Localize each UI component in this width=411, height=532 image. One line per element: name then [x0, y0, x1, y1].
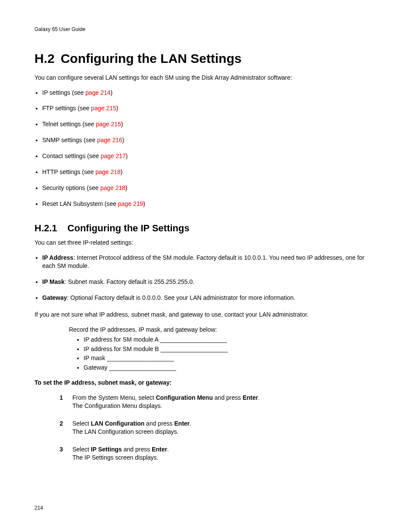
subsection-heading: H.2.1 Configuring the IP Settings	[34, 222, 377, 235]
settings-list-item: SNMP settings (see page 216)	[42, 136, 377, 144]
subsection-title: Configuring the IP Settings	[68, 222, 190, 235]
record-list: IP address for SM module A _____________…	[76, 336, 377, 372]
note-paragraph: If you are not sure what IP address, sub…	[34, 311, 377, 319]
settings-list-item: Telnet settings (see page 215)	[42, 120, 377, 128]
ip-list-item: IP Address: Internet Protocol address of…	[42, 254, 377, 270]
record-list-item: IP address for SM module B _____________…	[84, 345, 377, 353]
section-number: H.2	[34, 50, 55, 68]
record-block: Record the IP addresses, IP mask, and ga…	[69, 326, 377, 372]
settings-list: IP settings (see page 214)FTP settings (…	[34, 89, 377, 208]
step-body: Select LAN Configuration and press Enter…	[72, 420, 377, 436]
section-title: Configuring the LAN Settings	[61, 50, 242, 68]
settings-list-item: Contact settings (see page 217)	[42, 152, 377, 160]
page-xref[interactable]: page 216	[97, 137, 122, 143]
page-xref[interactable]: page 218	[95, 168, 120, 175]
page-xref[interactable]: page 217	[100, 152, 125, 159]
subsection-number: H.2.1	[34, 222, 57, 235]
page-xref[interactable]: page 215	[96, 121, 121, 128]
record-list-item: Gateway ____________________	[84, 364, 377, 372]
settings-list-item: HTTP settings (see page 218)	[42, 168, 377, 176]
page-xref[interactable]: page 215	[91, 105, 116, 112]
step: 3Select IP Settings and press Enter.The …	[56, 445, 377, 462]
settings-list-item: Security options (see page 218)	[42, 184, 377, 192]
ip-list-item: IP Mask: Subnet mask. Factory default is…	[42, 278, 377, 286]
record-list-item: IP mask ____________________	[84, 354, 377, 362]
step-number: 3	[56, 445, 63, 462]
running-header: Galaxy 65 User Guide	[34, 26, 377, 33]
step: 1From the System Menu, select Configurat…	[56, 394, 377, 410]
section-heading: H.2 Configuring the LAN Settings	[34, 50, 377, 68]
ip-settings-list: IP Address: Internet Protocol address of…	[34, 254, 377, 302]
record-list-item: IP address for SM module A _____________…	[84, 336, 377, 344]
page-xref[interactable]: page 214	[85, 89, 110, 96]
step: 2Select LAN Configuration and press Ente…	[56, 420, 377, 436]
step-number: 2	[56, 420, 63, 436]
intro-paragraph: You can configure several LAN settings f…	[34, 74, 377, 82]
ip-list-item: Gateway: Optional Factory default is 0.0…	[42, 294, 377, 302]
subintro-paragraph: You can set three IP-related settings:	[34, 239, 377, 247]
page-number: 214	[34, 504, 377, 511]
procedure-steps: 1From the System Menu, select Configurat…	[34, 394, 377, 461]
procedure-heading: To set the IP address, subnet mask, or g…	[34, 379, 377, 387]
step-body: From the System Menu, select Configurati…	[72, 394, 377, 410]
settings-list-item: FTP settings (see page 215)	[42, 104, 377, 112]
step-number: 1	[56, 394, 63, 410]
settings-list-item: IP settings (see page 214)	[42, 89, 377, 97]
page-xref[interactable]: page 218	[100, 184, 125, 191]
settings-list-item: Reset LAN Subsystem (see page 219)	[42, 200, 377, 208]
record-intro: Record the IP addresses, IP mask, and ga…	[69, 326, 377, 334]
page-xref[interactable]: page 219	[118, 200, 143, 207]
step-body: Select IP Settings and press Enter.The I…	[72, 445, 377, 462]
